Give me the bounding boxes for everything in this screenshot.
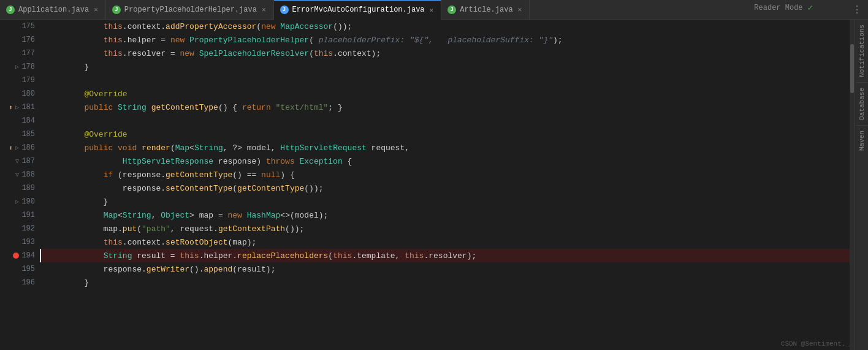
sidebar-notifications[interactable]: Notifications xyxy=(857,20,867,82)
watermark-text: CSDN @Sentiment._ xyxy=(781,340,850,348)
line-num-177: 177 xyxy=(21,49,35,58)
tab-propertyplaceholderhelper[interactable]: J PropertyPlaceholderHelper.java ✕ xyxy=(106,0,274,20)
database-label: Database xyxy=(858,88,866,120)
line-num-186: 186 xyxy=(21,143,35,152)
editor-container: 175 176 177 ▷ 178 179 180 ⬆ ▷ 181 1 xyxy=(0,20,868,350)
line-num-190: 190 xyxy=(21,197,35,206)
code-line-187: HttpServletResponse response) throws Exc… xyxy=(40,154,850,168)
line-num-192: 192 xyxy=(21,224,35,233)
gutter-row-192: 192 xyxy=(0,222,40,235)
tab-label-article: Article.java xyxy=(460,6,512,14)
scrollbar-track[interactable] xyxy=(850,20,855,350)
tab-close-article[interactable]: ✕ xyxy=(517,5,523,14)
code-line-179 xyxy=(40,74,850,87)
gutter-row-186: ⬆ ▷ 186 xyxy=(0,141,40,154)
tab-label-propertyplaceholderhelper: PropertyPlaceholderHelper.java xyxy=(124,6,257,14)
fold-icon-186[interactable]: ▷ xyxy=(15,144,19,151)
line-num-187: 187 xyxy=(21,157,35,165)
line-num-184: 184 xyxy=(21,116,35,125)
tab-label-application: Application.java xyxy=(18,6,89,14)
tab-icon-propertyplaceholderhelper: J xyxy=(112,6,121,14)
line-number-gutter: 175 176 177 ▷ 178 179 180 ⬆ ▷ 181 1 xyxy=(0,20,40,350)
line-num-193: 193 xyxy=(21,238,35,246)
line-num-196: 196 xyxy=(21,278,35,287)
code-line-191: Map<String, Object> map = new HashMap<>(… xyxy=(40,208,850,222)
code-line-186: public void render(Map<String, ?> model,… xyxy=(40,141,850,154)
code-line-175: this.context.addPropertyAccessor(new Map… xyxy=(40,20,850,33)
tab-errormvcautoconfiguration[interactable]: J ErrorMvcAutoConfiguration.java ✕ xyxy=(274,0,442,20)
gutter-row-184: 184 xyxy=(0,114,40,127)
code-line-188: if (response.getContentType() == null) { xyxy=(40,168,850,181)
tab-close-application[interactable]: ✕ xyxy=(93,5,99,14)
gutter-row-175: 175 xyxy=(0,20,40,33)
code-line-194: String result = this.helper.replacePlace… xyxy=(40,249,850,262)
arrow-icon-187: ▽ xyxy=(15,158,19,165)
code-line-177: this.resolver = new SpelPlaceholderResol… xyxy=(40,47,850,60)
gutter-row-178: ▷ 178 xyxy=(0,60,40,74)
line-num-189: 189 xyxy=(21,184,35,192)
code-line-181: public String getContentType() { return … xyxy=(40,101,850,114)
gutter-row-191: 191 xyxy=(0,208,40,222)
fold-icon-178[interactable]: ▷ xyxy=(15,63,19,70)
tab-application[interactable]: J Application.java ✕ xyxy=(0,0,106,20)
line-num-179: 179 xyxy=(21,76,35,85)
tab-icon-errormvcautoconfiguration: J xyxy=(280,6,289,14)
line-num-180: 180 xyxy=(21,89,35,98)
gutter-row-195: 195 xyxy=(0,262,40,276)
tab-overflow-button[interactable]: ⋮ xyxy=(846,4,868,16)
line-num-178: 178 xyxy=(21,63,35,71)
code-line-190: } xyxy=(40,195,850,208)
maven-label: Maven xyxy=(858,131,866,151)
gutter-row-193: 193 xyxy=(0,235,40,249)
code-line-189: response.setContentType(getContentType()… xyxy=(40,181,850,195)
reader-mode-area: Reader Mode ✓ xyxy=(754,2,813,13)
code-line-195: response.getWriter().append(result); xyxy=(40,262,850,276)
reader-mode-label: Reader Mode xyxy=(754,4,802,12)
code-line-185: @Override xyxy=(40,127,850,141)
code-line-176: this.helper = new PropertyPlaceholderHel… xyxy=(40,33,850,47)
line-num-185: 185 xyxy=(21,130,35,139)
fold-icon-181[interactable]: ▷ xyxy=(15,104,19,111)
code-line-192: map.put("path", request.getContextPath()… xyxy=(40,222,850,235)
sidebar-maven[interactable]: Maven xyxy=(857,126,867,156)
gutter-row-187: ▽ 187 xyxy=(0,154,40,168)
gutter-row-185: 185 xyxy=(0,127,40,141)
line-num-194: 194 xyxy=(21,251,35,260)
tab-label-errormvcautoconfiguration: ErrorMvcAutoConfiguration.java xyxy=(292,6,425,14)
line-num-188: 188 xyxy=(21,170,35,179)
tab-bar: J Application.java ✕ J PropertyPlacehold… xyxy=(0,0,868,20)
tab-close-errormvcautoconfiguration[interactable]: ✕ xyxy=(428,6,435,15)
line-num-181: 181 xyxy=(21,103,35,112)
error-icon-194 xyxy=(13,253,19,259)
tab-icon-application: J xyxy=(6,6,15,14)
code-lines: this.context.addPropertyAccessor(new Map… xyxy=(40,20,850,289)
line-num-195: 195 xyxy=(21,265,35,273)
gutter-row-177: 177 xyxy=(0,47,40,60)
tab-icon-article: J xyxy=(447,6,456,14)
gutter-row-188: ▽ 188 xyxy=(0,168,40,181)
fold-icon-190[interactable]: ▷ xyxy=(15,198,19,205)
code-line-184 xyxy=(40,114,850,127)
gutter-row-189: 189 xyxy=(0,181,40,195)
override-icon-186: ⬆ xyxy=(9,144,13,152)
line-num-176: 176 xyxy=(21,36,35,44)
tab-article[interactable]: J Article.java ✕ xyxy=(441,0,530,20)
sidebar-database[interactable]: Database xyxy=(857,83,867,125)
code-line-180: @Override xyxy=(40,87,850,101)
code-line-196: } xyxy=(40,276,850,289)
reader-mode-checkmark: ✓ xyxy=(808,2,813,13)
code-line-193: this.context.setRootObject(map); xyxy=(40,235,850,249)
code-line-178: } xyxy=(40,60,850,74)
code-editor[interactable]: this.context.addPropertyAccessor(new Map… xyxy=(40,20,850,350)
override-icon-181: ⬆ xyxy=(9,104,13,112)
line-num-191: 191 xyxy=(21,211,35,219)
scrollbar-thumb[interactable] xyxy=(850,44,854,93)
gutter-row-181: ⬆ ▷ 181 xyxy=(0,101,40,114)
line-num-175: 175 xyxy=(21,22,35,31)
gutter-row-190: ▷ 190 xyxy=(0,195,40,208)
gutter-row-180: 180 xyxy=(0,87,40,101)
notifications-label: Notifications xyxy=(858,25,866,77)
gutter-row-179: 179 xyxy=(0,74,40,87)
tab-close-propertyplaceholderhelper[interactable]: ✕ xyxy=(261,5,267,14)
gutter-row-196: 196 xyxy=(0,276,40,289)
